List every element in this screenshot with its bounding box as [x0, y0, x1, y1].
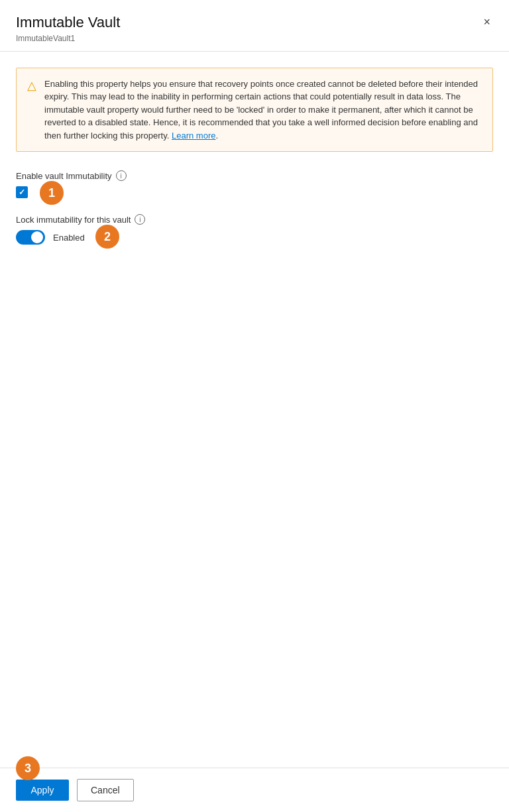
panel-header: Immutable Vault ImmutableVault1 × — [0, 0, 509, 52]
checkbox-checkmark: ✓ — [19, 188, 25, 197]
toggle-knob — [31, 231, 43, 243]
immutability-info-icon[interactable]: i — [116, 170, 127, 181]
toggle-label: Enabled — [53, 233, 85, 243]
immutability-section: Enable vault Immutability i ✓ 1 — [16, 170, 493, 198]
apply-button[interactable]: Apply — [16, 780, 69, 801]
badge-2: 2 — [95, 225, 119, 249]
close-button[interactable]: × — [481, 13, 493, 30]
title-group: Immutable Vault ImmutableVault1 — [16, 13, 120, 43]
lock-info-icon[interactable]: i — [135, 214, 145, 225]
immutability-checkbox-wrapper: ✓ 1 — [16, 186, 493, 198]
panel-title: Immutable Vault — [16, 13, 120, 32]
lock-section: Lock immutability for this vault i Enabl… — [16, 214, 493, 245]
lock-label: Lock immutability for this vault i — [16, 214, 493, 225]
warning-icon: △ — [27, 78, 36, 143]
panel-footer: 3 Apply Cancel — [0, 768, 509, 812]
immutability-label: Enable vault Immutability i — [16, 170, 493, 181]
warning-box: △ Enabling this property helps you ensur… — [16, 68, 493, 152]
toggle-row: Enabled 2 — [16, 230, 493, 245]
badge-1: 1 — [40, 181, 64, 205]
immutability-checkbox[interactable]: ✓ — [16, 186, 28, 198]
warning-text: Enabling this property helps you ensure … — [44, 78, 482, 143]
learn-more-link[interactable]: Learn more — [172, 131, 215, 141]
cancel-button[interactable]: Cancel — [77, 779, 134, 801]
immutable-vault-panel: Immutable Vault ImmutableVault1 × △ Enab… — [0, 0, 509, 812]
panel-subtitle: ImmutableVault1 — [16, 34, 120, 43]
lock-toggle[interactable] — [16, 230, 45, 245]
panel-body: △ Enabling this property helps you ensur… — [0, 52, 509, 768]
